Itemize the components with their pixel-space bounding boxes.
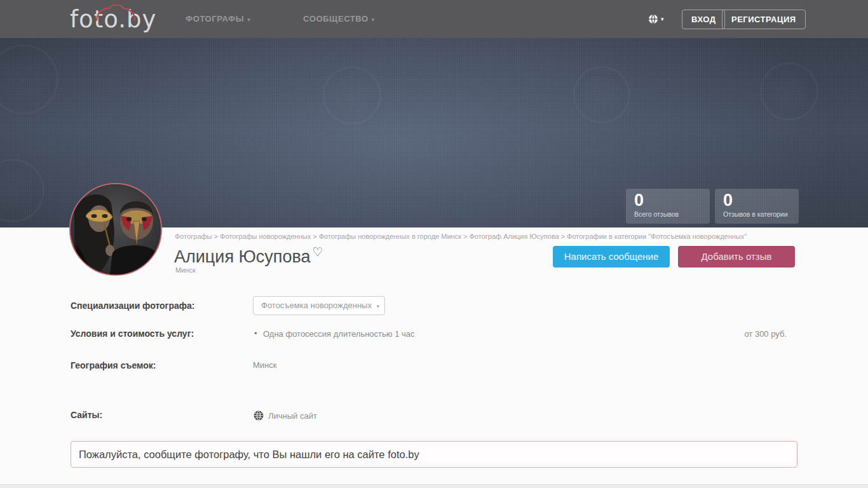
specialization-selected-value: Фотосъемка новорожденных (261, 301, 372, 310)
favorite-heart-icon[interactable]: ♡ (312, 245, 323, 259)
site-logo[interactable]: foto.by (70, 2, 156, 36)
avatar-photo (71, 184, 161, 274)
page-title: Алиция Юсупова♡ (174, 245, 323, 267)
hero-decor-circle (573, 66, 630, 123)
specialization-select[interactable]: Фотосъемка новорожденных ▾ (253, 296, 385, 315)
send-message-button[interactable]: Написать сообщение (553, 246, 670, 268)
globe-icon (254, 410, 264, 421)
login-button[interactable]: ВХОД (682, 10, 725, 29)
notice-banner: Пожалуйста, сообщите фотографу, что Вы н… (71, 441, 797, 468)
logo-camera-icon (95, 4, 137, 21)
pricing-label: Условия и стоимость услуг: (71, 329, 194, 339)
footer-strip (0, 484, 868, 488)
pricing-value: от 300 руб. (744, 329, 787, 339)
add-review-button[interactable]: Добавить отзыв (678, 246, 795, 268)
globe-icon (648, 14, 658, 24)
top-navbar: foto.by ФОТОГРАФЫ▾ СООБЩЕСТВО▾ ▾ ВХОД РЕ… (0, 0, 868, 38)
geography-label: География съемок: (71, 360, 156, 370)
pricing-item: Одна фотосессия длительностью 1 час (263, 329, 415, 339)
breadcrumb-item[interactable]: Фотографы (175, 233, 212, 240)
stat-value: 0 (723, 191, 799, 210)
chevron-down-icon: ▾ (376, 297, 379, 315)
nav-item-photographers[interactable]: ФОТОГРАФЫ▾ (186, 0, 250, 38)
breadcrumb-item[interactable]: Фотографы новорожденных (220, 233, 311, 240)
chevron-down-icon: ▾ (661, 16, 664, 22)
specializations-label: Специализации фотографа: (71, 301, 194, 311)
nav-item-community[interactable]: СООБЩЕСТВО▾ (303, 0, 375, 38)
personal-site-link[interactable]: Личный сайт (254, 410, 317, 421)
photographer-name: Алиция Юсупова (174, 247, 310, 266)
stat-category-reviews: 0 Отзывов в категории (715, 189, 799, 224)
breadcrumb: Фотографы > Фотографы новорожденных > Фо… (175, 233, 823, 240)
register-button[interactable]: РЕГИСТРАЦИЯ (722, 10, 806, 29)
breadcrumb-item[interactable]: Фотографии в категории "Фотосъемка новор… (567, 233, 747, 240)
sites-label: Сайты: (71, 410, 102, 420)
language-selector[interactable]: ▾ (648, 0, 664, 38)
breadcrumb-item[interactable]: Фотографы новорожденных в городе Минск (319, 233, 461, 240)
nav-item-label: СООБЩЕСТВО (303, 14, 369, 24)
stat-total-reviews: 0 Всего отзывов (626, 189, 710, 224)
photographer-city: Минск (175, 266, 196, 274)
hero-decor-circle (0, 44, 58, 114)
chevron-down-icon: ▾ (247, 17, 250, 23)
breadcrumb-separator: > (311, 233, 319, 240)
hero-decor-circle (0, 159, 44, 222)
geography-value: Минск (253, 360, 276, 370)
breadcrumb-separator: > (559, 233, 567, 240)
hero-decor-circle (760, 62, 818, 121)
chevron-down-icon: ▾ (372, 17, 375, 23)
breadcrumb-separator: > (212, 233, 220, 240)
personal-site-label: Личный сайт (268, 411, 317, 421)
breadcrumb-item[interactable]: Фотограф Алиция Юсупова (470, 233, 559, 240)
breadcrumb-separator: > (461, 233, 470, 240)
bullet-icon: • (254, 329, 257, 338)
stat-label: Всего отзывов (634, 210, 710, 218)
nav-item-label: ФОТОГРАФЫ (186, 14, 244, 24)
avatar[interactable] (69, 183, 162, 276)
stat-label: Отзывов в категории (723, 210, 799, 218)
hero-decor-circle (323, 66, 381, 125)
stat-value: 0 (634, 191, 710, 210)
